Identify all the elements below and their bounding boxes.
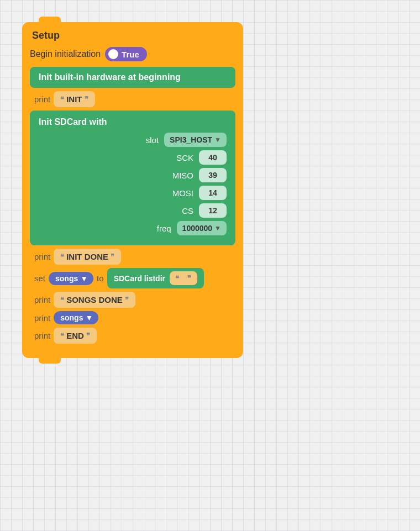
sdcard-listdir[interactable]: SDCard listdir ❝ ❞	[107, 268, 204, 288]
close-quote-2: ❞	[111, 253, 114, 261]
param-cs-row: CS 12	[39, 203, 227, 218]
dropdown-arrow: ▼	[214, 136, 221, 144]
open-quote-3: ❝	[175, 274, 179, 282]
print-var-arrow: ▼	[85, 313, 93, 322]
set-keyword: set	[34, 274, 45, 283]
setup-block: Setup Begin initialization True Init bui…	[22, 22, 243, 358]
set-songs-row: set songs ▼ to SDCard listdir ❝ ❞	[30, 268, 235, 288]
begin-init-label: Begin initialization	[30, 49, 101, 59]
print-init-done-value: INIT DONE	[66, 252, 108, 261]
print-end-row: print ❝ END ❞	[30, 328, 235, 344]
param-slot-row: slot SPI3_HOST ▼	[39, 133, 227, 147]
close-quote-5: ❞	[86, 332, 90, 340]
close-quote-3: ❞	[187, 274, 191, 282]
print-label: print	[34, 94, 50, 104]
sck-value[interactable]: 40	[199, 150, 227, 165]
slot-dropdown[interactable]: SPI3_HOST ▼	[164, 133, 227, 147]
open-quote-5: ❝	[60, 332, 64, 340]
slot-value: SPI3_HOST	[170, 135, 212, 144]
freq-value: 1000000	[182, 224, 213, 233]
print-end-value: END	[66, 331, 84, 340]
print-songs-var[interactable]: songs ▼	[54, 311, 98, 324]
param-freq-label: freq	[138, 224, 171, 233]
toggle-value: True	[122, 50, 139, 59]
mosi-value[interactable]: 14	[199, 186, 227, 200]
param-sck-row: SCK 40	[39, 150, 227, 165]
param-miso-label: MISO	[160, 171, 193, 180]
param-miso-row: MISO 39	[39, 168, 227, 182]
close-quote: ❞	[85, 95, 88, 103]
print-songs-done-string[interactable]: ❝ SONGS DONE ❞	[54, 292, 135, 308]
param-sck-label: SCK	[160, 153, 193, 162]
print-songs-done-row: print ❝ SONGS DONE ❞	[30, 292, 235, 308]
print-songs-var-row: print songs ▼	[30, 311, 235, 324]
print-songs-var-name: songs	[60, 313, 83, 322]
print-init-done-string[interactable]: ❝ INIT DONE ❞	[54, 249, 121, 265]
freq-dropdown[interactable]: 1000000 ▼	[177, 221, 227, 235]
param-freq-row: freq 1000000 ▼	[39, 221, 227, 235]
listdir-arg[interactable]: ❝ ❞	[170, 271, 197, 285]
true-toggle[interactable]: True	[105, 47, 147, 61]
param-mosi-row: MOSI 14	[39, 186, 227, 200]
print-init-value: INIT	[66, 94, 82, 104]
print-init-string[interactable]: ❝ INIT ❞	[54, 91, 95, 107]
print-label-5: print	[34, 331, 50, 340]
to-keyword: to	[97, 274, 104, 283]
sdcard-listdir-label: SDCard listdir	[114, 274, 165, 283]
print-label-3: print	[34, 295, 50, 304]
open-quote-2: ❝	[60, 253, 64, 261]
open-quote-4: ❝	[60, 296, 64, 304]
songs-var-name: songs	[55, 274, 78, 283]
toggle-circle	[108, 49, 118, 59]
miso-value[interactable]: 39	[199, 168, 227, 182]
var-dropdown-arrow: ▼	[80, 274, 88, 283]
print-init-done-row: print ❝ INIT DONE ❞	[30, 249, 235, 265]
songs-variable[interactable]: songs ▼	[49, 272, 93, 285]
cs-value[interactable]: 12	[199, 203, 227, 218]
close-quote-4: ❞	[125, 296, 129, 304]
print-label-4: print	[34, 313, 50, 323]
block-title: Setup	[30, 30, 235, 41]
print-label-2: print	[34, 252, 50, 261]
print-init-row: print ❝ INIT ❞	[30, 91, 235, 107]
sdcard-block: Init SDCard with slot SPI3_HOST ▼ SCK 40…	[30, 111, 235, 245]
init-hardware-block[interactable]: Init built-in hardware at beginning	[30, 67, 235, 88]
begin-initialization-row: Begin initialization True	[30, 47, 235, 61]
sdcard-title: Init SDCard with	[39, 117, 227, 127]
open-quote: ❝	[60, 95, 64, 103]
print-songs-done-value: SONGS DONE	[66, 295, 123, 304]
listdir-arg-value	[180, 274, 186, 282]
param-mosi-label: MOSI	[160, 188, 193, 198]
freq-arrow: ▼	[214, 224, 221, 232]
param-slot-label: slot	[125, 135, 159, 145]
print-end-string[interactable]: ❝ END ❞	[54, 328, 97, 344]
param-cs-label: CS	[160, 206, 193, 215]
